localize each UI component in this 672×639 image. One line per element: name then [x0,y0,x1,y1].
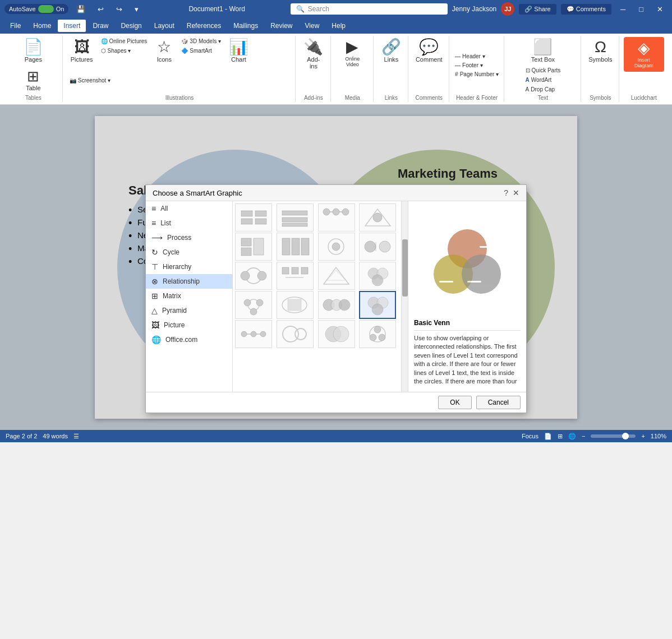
thumb-5[interactable] [235,233,272,261]
ribbon-shapes-button[interactable]: ⬡ Shapes ▾ [99,47,150,55]
sidebar-item-picture[interactable]: 🖼 Picture [146,318,232,332]
ribbon-footer-button[interactable]: — Footer ▾ [453,61,485,70]
ribbon-pages-button[interactable]: 📄 Pages [20,37,47,65]
menu-review[interactable]: Review [265,20,298,32]
thumbnail-scrollbar[interactable] [401,201,408,392]
dialog-footer: OK Cancel [146,392,526,413]
sidebar-item-list[interactable]: ≡ List [146,216,232,230]
redo-button[interactable]: ↪ [112,4,127,15]
dialog-cancel-button[interactable]: Cancel [476,396,521,409]
autosave-toggle[interactable] [38,5,54,13]
sidebar-item-hierarchy[interactable]: ⊤ Hierarchy [146,260,232,274]
thumb-1[interactable] [235,203,272,231]
thumb-20[interactable] [359,320,396,348]
undo-button[interactable]: ↩ [93,4,108,15]
thumb-3[interactable] [318,203,355,231]
ribbon-smartart-button[interactable]: 🔷 SmartArt [179,47,223,55]
menu-help[interactable]: Help [326,20,351,32]
sidebar-item-all[interactable]: ≡ All [146,201,232,216]
minimize-button[interactable]: ─ [616,4,630,15]
ribbon-wordart-button[interactable]: A WordArt [523,76,563,84]
search-bar[interactable]: 🔍 Search [291,3,448,15]
menu-layout[interactable]: Layout [149,20,180,32]
save-button[interactable]: 💾 [72,4,90,15]
menu-design[interactable]: Design [115,20,147,32]
thumb-17[interactable] [235,320,272,348]
ribbon-header-button[interactable]: — Header ▾ [453,52,487,61]
ribbon-online-video-button[interactable]: ▶ Online Video [335,37,370,70]
sidebar-item-pyramid[interactable]: △ Pyramid [146,303,232,318]
ribbon-addins-button[interactable]: 🔌 Add-ins [300,37,327,72]
process-icon: ⟶ [151,233,163,242]
ribbon-symbols-button[interactable]: Ω Symbols [585,37,615,65]
ribbon-table-button[interactable]: ⊞ Table [21,67,46,94]
thumb-10[interactable] [277,262,314,290]
ribbon-textbox-button[interactable]: ⬜ Text Box [528,37,558,65]
svg-point-61 [379,334,385,341]
scrollbar-thumb[interactable] [402,239,408,297]
symbols-icon: Ω [595,39,606,55]
comments-button[interactable]: 💬 Comments [561,4,611,15]
thumb-2[interactable] [277,203,314,231]
more-button[interactable]: ▾ [130,4,143,15]
ribbon-pictures-button[interactable]: 🖼 Pictures [67,37,96,65]
zoom-slider[interactable] [591,434,636,438]
sidebar-item-relationship[interactable]: ⊗ Relationship [146,274,232,289]
thumb-12[interactable] [359,262,396,290]
menu-mailings[interactable]: Mailings [228,20,264,32]
status-bar: Page 2 of 2 49 words ☰ Focus 📄 ⊞ 🌐 − + 1… [0,430,672,442]
ribbon-page-number-button[interactable]: # Page Number ▾ [453,70,501,78]
thumb-18[interactable] [277,320,314,348]
list-icon: ≡ [151,219,156,228]
ribbon-links-button[interactable]: 🔗 Links [378,37,404,65]
dialog-close-button[interactable]: ✕ [513,188,519,197]
thumb-7[interactable] [318,233,355,261]
thumb-8[interactable] [359,233,396,261]
menu-references[interactable]: References [181,20,227,32]
zoom-in-button[interactable]: + [641,433,645,439]
menu-insert[interactable]: Insert [58,20,86,32]
close-button[interactable]: ✕ [652,4,668,15]
sidebar-item-process[interactable]: ⟶ Process [146,230,232,245]
focus-label[interactable]: Focus [522,433,538,439]
dialog-preview-panel: Basic Venn Use to show overlapping or in… [408,201,526,392]
ribbon-3d-models-button[interactable]: 🎲 3D Models ▾ [179,37,223,45]
thumb-19[interactable] [318,320,355,348]
zoom-out-button[interactable]: − [582,433,585,439]
view-web-icon[interactable]: 🌐 [568,433,576,440]
dialog-ok-button[interactable]: OK [438,396,471,409]
maximize-button[interactable]: □ [634,4,648,15]
sidebar-item-officecom[interactable]: 🌐 Office.com [146,332,232,347]
menu-draw[interactable]: Draw [87,20,114,32]
sidebar-item-matrix[interactable]: ⊞ Matrix [146,289,232,303]
thumb-15[interactable] [318,291,355,319]
autosave-badge[interactable]: AutoSave On [4,4,68,14]
menu-home[interactable]: Home [27,20,57,32]
dialog-overlay: Choose a SmartArt Graphic ? ✕ ≡ All [95,116,577,419]
ribbon-dropcap-button[interactable]: A Drop Cap [523,85,563,94]
ribbon-screenshot-button[interactable]: 📷 Screenshot ▾ [67,76,113,85]
preview-line-3 [467,281,481,283]
thumb-6[interactable] [277,233,314,261]
thumb-4[interactable] [359,203,396,231]
thumb-11[interactable] [318,262,355,290]
menu-file[interactable]: File [4,20,26,32]
share-button[interactable]: 🔗 Share [519,4,556,15]
view-normal-icon[interactable]: 📄 [544,433,552,440]
sidebar-item-cycle[interactable]: ↻ Cycle [146,245,232,260]
thumb-13[interactable] [235,291,272,319]
thumb-16-selected[interactable] [359,291,396,319]
thumb-9[interactable] [235,262,272,290]
dialog-help-button[interactable]: ? [504,188,508,197]
view-layout-icon[interactable]: ⊞ [558,433,563,440]
page-info: Page 2 of 2 [6,433,37,439]
ribbon-icons-button[interactable]: ☆ Icons [151,37,177,65]
ribbon-insert-diagram-button[interactable]: ◈ Insert Diagram [624,37,664,72]
comments-group-label: Comments [416,95,443,101]
ribbon-online-pictures-button[interactable]: 🌐 Online Pictures [99,37,150,45]
thumb-14[interactable] [277,291,314,319]
ribbon-comment-button[interactable]: 💬 Comment [412,37,446,65]
menu-view[interactable]: View [300,20,325,32]
ribbon-quick-parts-button[interactable]: ⊡ Quick Parts [523,66,563,75]
ribbon-chart-button[interactable]: 📊 Chart [225,37,252,65]
